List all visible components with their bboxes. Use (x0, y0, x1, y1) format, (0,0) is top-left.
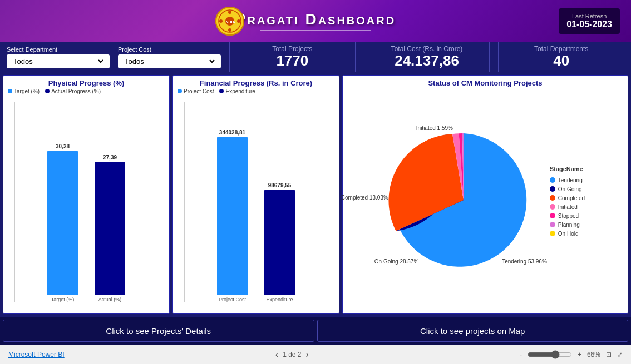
bar-group-actual: 27,39 Actual (%) (95, 154, 125, 302)
powerbi-link[interactable]: Microsoft Power BI (8, 351, 65, 358)
next-page-button[interactable]: › (306, 350, 309, 360)
financial-legend-exp: Expenditure (219, 88, 255, 94)
status-bar: Microsoft Power BI ‹ 1 de 2 › - + 66% ⊡ … (0, 345, 631, 364)
physical-progress-legend: Target (%) Actual Progress (%) (3, 88, 169, 97)
dashboard-title: Pragati Dashboard (8, 11, 623, 28)
y-axis-line (14, 102, 15, 302)
bar-group-cost: 344028,81 Project Cost (217, 129, 248, 302)
label-completed-leg: Completed (558, 195, 585, 201)
department-filter-group: Select Department Todos (7, 46, 110, 68)
bottom-row: Click to see Projects' Details Click to … (0, 317, 631, 345)
dot-tendering (550, 177, 555, 183)
label-tendering: Tendering 53.96% (502, 258, 547, 265)
zoom-minus[interactable]: - (520, 351, 522, 358)
refresh-date: 01-05-2023 (566, 19, 612, 29)
bar-group-target: 30,28 Target (%) (47, 143, 78, 302)
y-axis-line-fin (184, 102, 185, 302)
stage-name-label: StageName (550, 166, 585, 172)
zoom-area: - + 66% ⊡ ⤢ (520, 350, 623, 359)
pie-area: Tendering 53.96% On Going 28.57% Complet… (343, 88, 628, 313)
bar-value-cost: 344028,81 (219, 129, 245, 136)
map-button[interactable]: Click to see projects on Map (317, 320, 629, 342)
refresh-label: Last Refresh (566, 13, 612, 19)
dot-planning (550, 222, 555, 227)
bar-target (47, 151, 78, 295)
target-dot (8, 89, 12, 93)
bar-actual (95, 162, 125, 295)
pie-with-labels: Tendering 53.96% On Going 28.57% Complet… (386, 122, 541, 280)
label-completed: Completed 13.03% (341, 195, 388, 201)
dashboard-wrapper: INDIA Pragati Dashboard Last Refresh 01-… (0, 0, 631, 364)
total-cost-box: Total Cost (Rs. in Crore) 24.137,86 (364, 41, 490, 73)
legend-completed: Completed (550, 195, 585, 201)
dot-stopped (550, 213, 555, 218)
cost-dot (178, 89, 182, 93)
dot-initiated (550, 204, 555, 210)
filter-row: Select Department Todos Project Cost Tod… (0, 42, 631, 72)
exp-dot (219, 89, 224, 93)
legend-planning: Planning (550, 222, 585, 228)
physical-legend-target: Target (%) (8, 88, 40, 94)
financial-progress-title: Financial Progress (Rs. in Crore) (173, 76, 339, 88)
svg-point-5 (228, 28, 231, 32)
total-projects-label: Total Projects (240, 45, 345, 53)
total-projects-box: Total Projects 1770 (229, 41, 356, 73)
project-cost-select[interactable]: Todos (122, 57, 216, 66)
label-onhold-leg: On Hold (558, 231, 579, 237)
bar-cost (217, 137, 248, 295)
financial-progress-panel: Financial Progress (Rs. in Crore) Projec… (172, 75, 339, 314)
svg-point-6 (219, 19, 223, 23)
fit-screen-icon[interactable]: ⊡ (606, 351, 612, 358)
bar-exp (264, 190, 295, 295)
pie-svg (386, 122, 541, 278)
department-select[interactable]: Todos (11, 57, 105, 66)
label-initiated-leg: Initiated (558, 204, 578, 210)
dot-ongoing (550, 186, 555, 192)
bar-value-exp: 98679,55 (268, 182, 292, 188)
total-projects-value: 1770 (240, 53, 345, 69)
total-departments-box: Total Departments 40 (498, 41, 624, 73)
expand-icon[interactable]: ⤢ (617, 351, 623, 358)
logo-image: INDIA (215, 7, 244, 36)
financial-bar-area: 344028,81 Project Cost 98679,55 Expendit… (173, 97, 339, 313)
bar-group-exp: 98679,55 Expenditure (264, 182, 295, 302)
legend-tendering: Tendering (550, 177, 585, 183)
details-button[interactable]: Click to see Projects' Details (3, 320, 314, 342)
bar-value-actual: 27,39 (103, 154, 117, 161)
total-cost-value: 24.137,86 (374, 53, 480, 69)
department-select-wrapper[interactable]: Todos (7, 54, 110, 68)
zoom-plus[interactable]: + (578, 351, 581, 358)
total-departments-value: 40 (509, 53, 614, 69)
header-title: Pragati Dashboard (8, 11, 623, 31)
total-departments-label: Total Departments (509, 45, 614, 53)
physical-legend-actual: Actual Progress (%) (45, 88, 101, 94)
pie-chart-panel: Status of CM Monitoring Projects (342, 75, 628, 314)
physical-progress-panel: Physical Progress (%) Target (%) Actual … (3, 75, 170, 314)
pie-chart-title: Status of CM Monitoring Projects (343, 76, 628, 88)
label-stopped-leg: Stopped (558, 213, 579, 219)
legend-onhold: On Hold (550, 231, 585, 237)
svg-point-4 (228, 11, 231, 14)
project-cost-filter-group: Project Cost Todos (118, 46, 221, 68)
x-axis-line-fin (184, 302, 328, 302)
physical-bar-area: 30,28 Target (%) 27,39 Actual (%) (3, 97, 169, 313)
financial-progress-legend: Project Cost Expenditure (173, 88, 339, 97)
prev-page-button[interactable]: ‹ (275, 350, 278, 360)
zoom-slider[interactable] (528, 350, 572, 359)
label-ongoing-leg: On Going (558, 186, 582, 192)
pie-legend: StageName Tendering On Going Completed (550, 166, 585, 237)
pie-container: Tendering 53.96% On Going 28.57% Complet… (386, 122, 585, 280)
header-logo: INDIA (215, 7, 244, 36)
bar-value-target: 30,28 (56, 143, 70, 149)
project-cost-select-wrapper[interactable]: Todos (118, 54, 221, 68)
label-tendering-leg: Tendering (558, 177, 583, 183)
svg-text:INDIA: INDIA (224, 20, 235, 24)
label-initiated: Initiated 1.59% (416, 125, 453, 131)
zoom-value: 66% (587, 351, 600, 358)
dot-onhold (550, 231, 555, 236)
label-planning-leg: Planning (558, 222, 580, 228)
page-nav: ‹ 1 de 2 › (275, 350, 309, 360)
dot-completed (550, 195, 555, 201)
title-underline (260, 30, 371, 31)
x-axis-line (14, 302, 158, 302)
